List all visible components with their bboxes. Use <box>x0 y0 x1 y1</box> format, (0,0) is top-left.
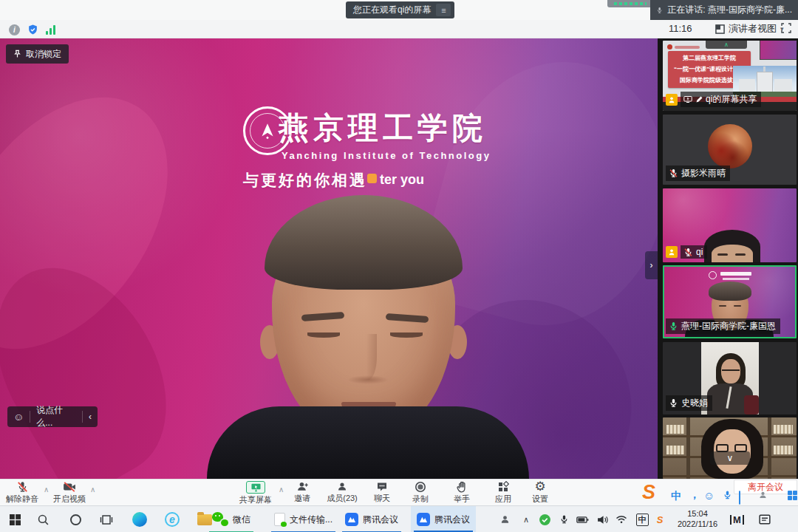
members-button[interactable]: 成员(23) <box>319 481 365 504</box>
record-button[interactable]: 录制 <box>403 481 437 505</box>
info-icon[interactable]: i <box>9 24 20 35</box>
share-menu-icon[interactable]: ≡ <box>436 4 451 16</box>
cortana-icon[interactable] <box>66 506 84 532</box>
view-mode-label: 演讲者视图 <box>729 22 777 35</box>
tray-clock[interactable]: 15:04 2022/11/16 <box>671 506 724 532</box>
sidebar-collapse-button[interactable]: › <box>645 251 658 279</box>
ime-language-icon[interactable]: 中 <box>671 490 681 503</box>
chat-collapse-icon[interactable]: ‹ <box>83 406 98 427</box>
collapse-thumbnail-button[interactable]: ∨ <box>710 451 750 465</box>
mini-logo-subtext <box>723 278 749 280</box>
ime-keyboard-icon[interactable] <box>739 491 740 505</box>
action-center-icon[interactable] <box>755 506 774 532</box>
participants-sidebar: ∧ 第二届燕京理工学院 “一院一优课”课程设计大赛 国际商学院院级选拔赛 qi的… <box>658 38 798 479</box>
unlock-button[interactable]: 取消锁定 <box>6 44 69 64</box>
apps-button[interactable]: 应用 <box>486 481 520 505</box>
slide-collapse-tab[interactable]: ∧ <box>706 41 747 49</box>
slide-logo-dot <box>667 44 672 50</box>
participant-label: qi <box>696 247 703 257</box>
university-name-cn: 燕京理工学院 <box>279 108 487 149</box>
share-screen-button[interactable]: 共享屏幕 <box>234 481 277 505</box>
taskbar-app-tencent-meeting[interactable]: 腾讯会议 <box>339 506 404 532</box>
ime-account-icon[interactable] <box>758 490 768 503</box>
share-screen-icon <box>246 481 265 494</box>
file-transfer-icon <box>274 513 285 526</box>
tray-people-icon[interactable] <box>497 506 513 532</box>
mic-on-icon <box>669 398 678 408</box>
tagline-cn: 与更好的你相遇 <box>243 170 367 191</box>
share-toolbar-collapsed[interactable] <box>607 0 653 7</box>
mic-muted-icon <box>669 168 678 178</box>
start-button[interactable] <box>6 506 24 532</box>
layout-icon <box>715 24 725 34</box>
hand-icon <box>457 481 468 493</box>
avatar <box>708 124 752 168</box>
pin-icon <box>13 50 21 58</box>
tray-ime-mode-icon[interactable]: M <box>730 506 744 532</box>
task-view-icon[interactable] <box>98 506 115 532</box>
speaking-banner: 正在讲话: 燕理-国际商学院-廉... <box>650 0 798 20</box>
tray-expand-caret[interactable]: ∧ <box>519 506 533 532</box>
members-icon <box>336 481 348 492</box>
fullscreen-icon[interactable] <box>781 23 791 36</box>
ime-emoji-icon[interactable]: ☺ <box>703 489 715 502</box>
unlock-label: 取消锁定 <box>26 48 61 61</box>
edge-icon[interactable] <box>130 506 149 532</box>
thumbnail-participant[interactable]: ∨ <box>663 417 797 479</box>
screen-share-icon <box>683 95 692 103</box>
hand-raised-icon <box>666 94 678 106</box>
university-name-en: Yanching Institute of Technology <box>282 150 491 161</box>
chat-placeholder[interactable]: 说点什么... <box>30 406 82 427</box>
tray-battery-icon[interactable] <box>573 506 591 532</box>
presenter-eye <box>307 332 340 338</box>
sogou-logo-icon[interactable]: S <box>642 481 655 504</box>
network-signal-icon[interactable] <box>46 25 55 35</box>
mic-active-icon <box>669 321 678 331</box>
main-video-stage[interactable]: 取消锁定 燕京理工学院 Yanching Institute of Techno… <box>0 38 658 479</box>
windows-taskbar: e 微信 文件传输... 腾讯会议 腾讯会议 ∧ <box>0 505 798 532</box>
invite-button[interactable]: 邀请 <box>285 481 319 504</box>
thumbnail-participant[interactable]: 史晓娟 <box>663 342 797 415</box>
tencent-meeting-icon <box>417 513 430 526</box>
presenter-nose <box>359 334 377 380</box>
ime-toolbox-icon[interactable] <box>788 491 797 500</box>
raise-hand-button[interactable]: 举手 <box>445 481 479 505</box>
share-options-caret[interactable]: ∧ <box>279 485 284 494</box>
thumbnail-participant[interactable]: qi <box>663 188 797 262</box>
start-video-button[interactable]: 开启视频 <box>49 481 90 505</box>
taskbar-app-tencent-meeting-active[interactable]: 腾讯会议 <box>411 506 476 532</box>
taskbar-app-file-transfer[interactable]: 文件传输... <box>268 506 338 532</box>
settings-button[interactable]: ⚙ 设置 <box>523 481 557 505</box>
thumbnail-screen-share[interactable]: ∧ 第二届燕京理工学院 “一院一优课”课程设计大赛 国际商学院院级选拔赛 qi的… <box>663 41 797 111</box>
tray-mic-icon[interactable] <box>556 506 572 532</box>
chat-button[interactable]: 聊天 <box>365 481 399 504</box>
thumbnail-active-speaker[interactable]: 燕理-国际商学院-廉国恩 <box>663 265 797 338</box>
mini-logo-text <box>720 272 751 276</box>
tray-volume-icon[interactable] <box>594 506 610 532</box>
ime-punctuation-icon[interactable]: ， <box>689 488 700 502</box>
record-icon <box>415 481 426 493</box>
thumbnail-participant[interactable]: 摄影米雨晴 <box>663 115 797 185</box>
search-icon[interactable] <box>34 506 52 532</box>
mic-muted-icon <box>16 481 29 493</box>
shield-icon[interactable] <box>27 24 38 38</box>
view-mode-button[interactable]: 演讲者视图 ▾ <box>715 21 784 36</box>
tray-antivirus-icon[interactable] <box>536 506 553 532</box>
share-banner-line1: 第二届燕京理工学院 <box>668 53 751 64</box>
tray-sogou-icon[interactable]: S <box>653 506 666 532</box>
emoji-icon[interactable]: ☺ <box>7 406 30 427</box>
watching-banner: 您正在观看qi的屏幕 ≡ <box>346 1 454 18</box>
unmute-button[interactable]: 解除静音 <box>1 481 43 505</box>
quick-chat-input[interactable]: ☺ 说点什么... ‹ <box>7 406 98 427</box>
tray-ime-language-icon[interactable]: 中 <box>634 506 650 532</box>
tray-wifi-icon[interactable] <box>613 506 630 532</box>
ime-mic-icon[interactable] <box>723 490 732 503</box>
slide-presenter-pip <box>760 41 797 60</box>
ie-icon[interactable]: e <box>163 506 182 532</box>
taskbar-app-wechat[interactable]: 微信 <box>206 506 256 532</box>
slide-logo-text <box>675 46 700 49</box>
video-options-caret[interactable]: ∧ <box>90 485 95 494</box>
participant-eyebrow <box>735 253 746 256</box>
speaking-banner-text: 正在讲话: 燕理-国际商学院-廉... <box>667 4 792 16</box>
watching-banner-text: 您正在观看qi的屏幕 <box>353 4 431 16</box>
